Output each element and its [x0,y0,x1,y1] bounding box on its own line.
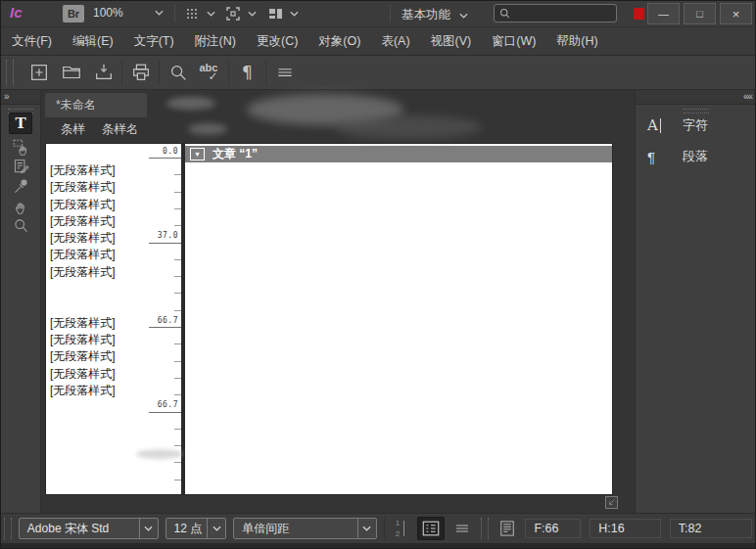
collapse-dock-icon[interactable]: «« [743,91,752,102]
chevron-down-icon [357,519,376,538]
close-button[interactable]: × [720,3,752,24]
open-document-button[interactable] [55,59,87,86]
galley-page-icon[interactable] [604,495,619,510]
menu-icon [275,63,295,82]
statusbar-drag-handle[interactable] [481,518,489,539]
paragraph-style-label: [无段落样式] [50,179,140,196]
paragraph-style-label [50,281,140,297]
folder-icon [61,62,82,83]
depth-ruler-label: 0.0 [163,147,178,156]
toolbar-menu-button[interactable] [268,59,301,86]
screen-mode-dropdown[interactable] [266,5,299,23]
leading-select[interactable]: 单倍间距 [233,518,377,539]
menu-notes[interactable]: 附注(N) [195,33,236,50]
paragraph-icon: ¶ [647,149,669,165]
paragraph-style-label: [无段落样式] [50,162,140,179]
zoom-tool[interactable] [0,215,41,235]
minimize-button[interactable]: — [647,3,680,24]
maximize-button[interactable]: □ [684,3,716,24]
statusbar-menu-button[interactable] [451,517,474,540]
layout-panels-icon [266,5,284,23]
menu-file[interactable]: 文件(F) [12,33,52,50]
position-tool[interactable] [0,137,41,157]
paragraph-style-label: [无段落样式] [50,366,140,383]
chevron-down-icon [248,11,257,17]
workspace: » T [0,90,756,513]
paragraph-style-label: [无段落样式] [50,197,140,213]
galley-view: [无段落样式] [无段落样式] [无段落样式] [无段落样式] [无段落样式] … [45,143,613,495]
font-size-value: 12 点 [166,521,208,537]
story-area[interactable]: ▼ 文章 “1” [185,144,612,494]
divider [159,60,160,85]
red-marker [634,8,644,20]
divider [174,5,175,23]
eyedropper-tool[interactable] [0,176,41,196]
expand-panel-icon[interactable]: » [4,91,10,102]
chevron-down-icon [139,519,158,538]
divider [390,5,391,23]
dock-header: «« [636,90,756,105]
collapse-story-icon[interactable]: ▼ [190,148,205,160]
smudge-artifact [166,97,215,110]
info-column: [无段落样式] [无段落样式] [无段落样式] [无段落样式] [无段落样式] … [46,144,185,494]
statusbar-drag-handle[interactable] [4,518,12,539]
paragraph-panel-label: 段落 [683,148,708,165]
bridge-button[interactable]: Br [63,5,84,23]
save-button[interactable] [87,59,119,86]
view-tab-2[interactable]: 条样名 [102,121,139,138]
save-icon [93,62,115,83]
view-options-dropdown[interactable] [183,5,215,23]
document-tab[interactable]: *未命名 [45,93,147,117]
view-tab-galley[interactable]: 条样 [61,121,85,138]
paragraph-style-label [50,297,140,314]
position-tool-icon [12,138,30,157]
search-box[interactable] [494,4,617,23]
hidden-characters-button[interactable]: ¶ [231,59,263,86]
paragraph-style-label: [无段落样式] [50,213,140,230]
search-button[interactable] [162,59,194,86]
new-document-icon [28,62,50,83]
menu-window[interactable]: 窗口(W) [492,33,536,50]
menu-help[interactable]: 帮助(H) [556,33,597,50]
note-tool[interactable] [0,157,41,176]
depth-ruler-label: 66.7 [158,400,178,409]
font-size-select[interactable]: 12 点 [165,518,227,539]
line-numbers-toggle[interactable]: 12 [392,518,411,539]
paragraph-panel-button[interactable]: ¶ 段落 [636,143,756,170]
menu-edit[interactable]: 编辑(E) [72,33,114,50]
divider [121,60,122,85]
chevron-down-icon [207,11,215,17]
menu-table[interactable]: 表(A) [381,33,409,50]
workspace-switcher-label: 基本功能 [402,7,450,23]
print-button[interactable] [124,59,157,86]
story-stats-icon [496,517,518,540]
spellcheck-button[interactable]: abc ✓ [194,59,226,86]
depth-ruler-label: 66.7 [158,316,178,325]
new-document-button[interactable] [23,59,55,86]
paragraph-style-label: [无段落样式] [50,332,140,348]
printer-icon [130,62,152,83]
tools-panel-header: » [0,90,40,105]
font-family-value: Adobe 宋体 Std [20,521,139,537]
panel-dock: «« A 字符 ¶ 段落 [635,90,756,513]
paragraph-style-label: [无段落样式] [50,315,140,332]
paragraph-style-column: [无段落样式] [无段落样式] [无段落样式] [无段落样式] [无段落样式] … [50,162,140,399]
toolbar-drag-handle[interactable] [6,60,14,85]
character-panel-button[interactable]: A 字符 [636,112,756,139]
hand-tool[interactable] [0,196,41,215]
workspace-switcher[interactable]: 基本功能 [402,7,468,23]
menu-type[interactable]: 文字(T) [134,33,174,50]
font-family-select[interactable]: Adobe 宋体 Std [19,518,159,539]
spellcheck-icon: abc ✓ [199,62,222,83]
menu-view[interactable]: 视图(V) [431,33,472,50]
story-bar: ▼ 文章 “1” [185,146,612,162]
info-column-icon [420,519,442,538]
frame-edges-dropdown[interactable] [224,5,257,23]
paragraph-style-label: [无段落样式] [50,230,140,247]
menu-changes[interactable]: 更改(C) [257,33,298,50]
search-input[interactable] [514,7,616,21]
menu-object[interactable]: 对象(O) [318,33,360,50]
zoom-level-dropdown[interactable]: 100% [93,6,164,20]
type-tool[interactable]: T [0,112,41,135]
info-column-toggle[interactable] [417,517,444,540]
